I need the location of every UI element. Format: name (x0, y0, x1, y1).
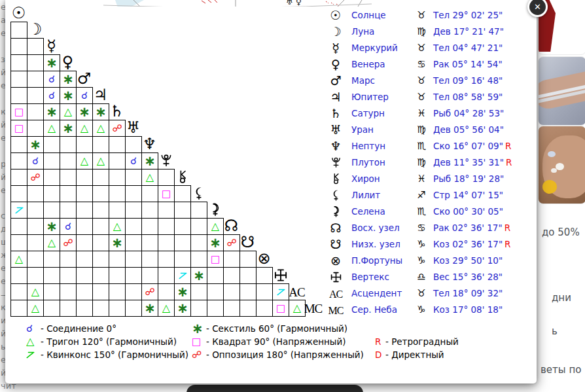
aspect-cell-moon-sun (10, 22, 27, 39)
aspect-cell-vertex-mars (76, 267, 93, 284)
promo-text-fragment: до 50% (542, 226, 580, 238)
aspect-cell-lilith-venus (60, 185, 77, 202)
aspect-cell-fortune-selena: □ (207, 251, 224, 268)
venus-icon: ♀ (62, 54, 74, 71)
grid-planet-sun: ☉ (10, 5, 27, 22)
planet-cell-icon: MC (326, 302, 346, 317)
aspect-cell-neptune-mercury (43, 136, 60, 153)
aspect-cell-fortune-chiron (174, 251, 191, 268)
zodiac-sign-cell: ♍ (414, 26, 429, 37)
aspect-cell-asc-node-selena: △ (207, 218, 224, 235)
planet-cell-icon: ♂ (326, 73, 346, 88)
planet-cell-icon (326, 204, 346, 219)
planet-position: Рыб 04° 28' 53" (433, 108, 504, 118)
aspect-cell-jupiter-sun (10, 87, 27, 104)
aspect-cell-mc-ac: △ (289, 300, 306, 317)
aspect-cell-neptune-jupiter (92, 136, 109, 153)
legend-glyph: ☌ (26, 324, 41, 334)
zodiac-sign-cell: ♉ (414, 287, 429, 299)
aspect-cell-selena-chiron (174, 202, 191, 219)
mc-icon: MC (328, 305, 344, 316)
legend-letter: R (375, 336, 385, 347)
legend-label: - Оппозиция 180° (Напряженный) (206, 349, 364, 360)
lilith-icon (330, 188, 342, 202)
planet-row-chiron: Хирон♓Рыб 18° 19' 28" (326, 170, 533, 187)
planet-position: Коз 02° 36' 17" (433, 239, 503, 249)
uranus-icon: ♅ (330, 122, 341, 137)
square-icon: □ (276, 304, 285, 313)
charm-blue (548, 151, 556, 157)
aspect-cell-desc-node-uranus (125, 234, 142, 251)
aspect-cell-mc-venus (60, 300, 77, 317)
grid-planet-chiron (174, 169, 190, 185)
asc-node-icon: ☊ (224, 218, 238, 234)
aspect-cell-mc-saturn (109, 300, 126, 317)
planet-row-selena: Селена♏Ско 00° 30' 05" (326, 203, 533, 219)
scorpio-icon: ♏ (417, 205, 425, 217)
legend-label: - Секстиль 60° (Гармоничный) (206, 323, 347, 334)
aspect-cell-asc-node-sun (10, 218, 27, 235)
aspect-cell-ac-saturn (109, 283, 126, 300)
aspect-cell-mars-mercury: ☌ (43, 71, 60, 88)
legend-glyph: ☍ (192, 350, 206, 360)
trine-icon: △ (97, 156, 105, 166)
aspect-cell-chiron-moon: ☍ (27, 169, 44, 186)
sextile-icon: ∗ (46, 105, 58, 119)
square-icon: □ (14, 124, 24, 134)
aspect-cell-neptune-moon: ∗ (27, 136, 44, 153)
planet-row-vertex: Вертекс♎Вес 15° 36' 28" (326, 268, 533, 285)
planet-position: Тел 18° 09' 32" (433, 288, 503, 298)
product-card-bracelet[interactable] (538, 56, 585, 126)
planet-row-uranus: ♅Уран♍Дев 05° 56' 04" (326, 121, 533, 137)
taurus-icon: ♉ (417, 287, 425, 299)
taurus-icon: ♉ (417, 75, 425, 86)
aspect-cell-lilith-uranus (125, 185, 142, 202)
aspect-cell-mc-asc-node (223, 300, 240, 317)
aspect-cell-lilith-chiron (174, 185, 191, 202)
saturn-icon: ♄ (110, 103, 124, 120)
square-icon: □ (162, 189, 171, 199)
aspect-cell-neptune-mars (76, 136, 93, 153)
planet-cell-icon: ♃ (326, 90, 346, 104)
zodiac-sign-cell: ♉ (414, 75, 429, 86)
aspect-cell-mc-uranus (125, 300, 142, 317)
aspect-cell-vertex-selena (207, 267, 224, 284)
aspect-cell-desc-node-sun (10, 234, 27, 251)
retrograde-flag: R (506, 157, 512, 168)
aspect-cell-mars-venus: ∗ (60, 71, 77, 88)
aspect-cell-fortune-mercury (43, 251, 60, 268)
legend-column-1: ☌- Соединение 0°△- Тригон 120° (Гармонич… (26, 322, 188, 361)
aspect-cell-selena-lilith (190, 202, 207, 219)
planet-row-ac: ACАсцендент♉Тел 18° 09' 32" (326, 285, 533, 301)
legend-item: ∗- Секстиль 60° (Гармоничный) (192, 322, 364, 335)
moon-icon: ☽ (28, 22, 43, 38)
aspect-cell-selena-saturn (109, 202, 126, 219)
aspect-cell-desc-node-chiron (174, 234, 191, 251)
aspect-cell-mc-mercury (43, 300, 60, 317)
legend-glyph: △ (26, 336, 41, 347)
asc-node-icon: ☊ (330, 221, 342, 235)
aspect-cell-uranus-saturn: ☍ (109, 120, 126, 137)
aspect-cell-ac-fortune (256, 283, 273, 300)
aspect-cell-ac-moon: △ (27, 283, 44, 300)
legend-item: ☍- Оппозиция 180° (Напряженный) (192, 348, 364, 361)
aspect-cell-ac-lilith (190, 283, 207, 300)
aspect-cell-desc-node-neptune (141, 234, 158, 251)
zodiac-sign-cell: ♋ (414, 222, 429, 234)
bottom-action-bar[interactable] (186, 385, 363, 392)
planet-name: Сатурн (351, 108, 414, 118)
scorpio-icon: ♏ (417, 140, 425, 152)
aspect-cell-saturn-mars: ∗ (76, 103, 93, 120)
product-card-charms[interactable] (538, 126, 585, 204)
aspect-cell-mercury-sun (10, 38, 27, 55)
moon-icon: ☽ (330, 24, 341, 39)
zodiac-sign-cell: ♍ (414, 156, 429, 168)
trine-icon: △ (97, 123, 105, 134)
zodiac-sign-cell: ♉ (414, 9, 429, 21)
aspect-cell-mc-mars (76, 300, 93, 317)
legend-label: - Директный (385, 349, 444, 360)
planet-position: Коз 17° 08' 18" (433, 304, 503, 315)
charm-smiley (542, 180, 557, 194)
chiron-icon (176, 170, 189, 185)
aspect-cell-fortune-uranus (125, 251, 142, 268)
